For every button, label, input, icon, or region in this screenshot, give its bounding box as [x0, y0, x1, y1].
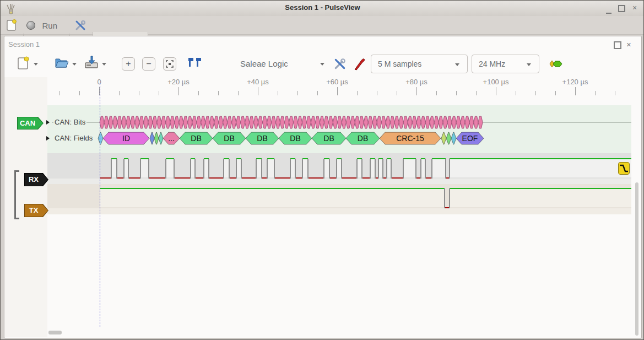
sample-rate-combobox[interactable]: 24 MHz [472, 55, 539, 73]
bit-annotation [267, 116, 272, 128]
ruler-tick [476, 91, 477, 95]
signal-high-fill [337, 159, 342, 177]
ruler-tick [535, 91, 536, 95]
rx-tag-label: RX [24, 173, 43, 186]
zoom-to-markers-button[interactable] [188, 57, 202, 69]
device-dropdown-arrow-icon[interactable] [320, 63, 324, 66]
ruler-tick [59, 91, 60, 95]
bit-annotation [364, 116, 368, 128]
new-session-button[interactable] [6, 19, 17, 34]
ruler-tick [317, 91, 318, 95]
zoom-out-button[interactable]: − [142, 57, 155, 71]
bit-annotation [285, 116, 289, 128]
settings-button[interactable] [74, 19, 86, 34]
tx-channel-tag[interactable]: TX [24, 204, 48, 217]
bit-annotation [144, 116, 148, 128]
signal-high-fill [450, 159, 631, 177]
bit-annotation [113, 116, 117, 128]
zoom-fit-button[interactable] [163, 57, 176, 71]
bit-annotation [236, 116, 241, 128]
trigger-marker[interactable] [618, 162, 630, 175]
field-annotation-label: DB [191, 134, 201, 143]
signal-high-fill [100, 188, 445, 207]
ruler-tick [218, 91, 219, 95]
open-folder-icon [55, 56, 69, 69]
bit-annotation [478, 116, 483, 128]
bit-annotation [100, 116, 104, 128]
bit-annotation [346, 116, 350, 128]
bit-annotation [320, 116, 324, 128]
bit-annotation [368, 116, 372, 128]
signal-high-fill [378, 159, 383, 177]
sample-rate-arrow-icon [527, 63, 531, 66]
can-decoder-tag[interactable]: CAN [17, 117, 44, 129]
open-button[interactable] [55, 56, 69, 71]
save-button[interactable] [84, 56, 99, 72]
signal-high-fill [387, 159, 391, 177]
field-annotation [98, 132, 103, 144]
new-session-icon [6, 19, 17, 31]
trace-view[interactable]: ID...DBDBDBDBDBDBCRC-15EOF [47, 97, 631, 338]
channels-button[interactable] [353, 56, 366, 73]
run-button[interactable]: Run [26, 21, 57, 31]
ruler-tick [337, 87, 338, 95]
ruler-tick [357, 91, 358, 95]
field-annotation [150, 132, 154, 144]
ruler-tick [456, 91, 457, 95]
save-dropdown-arrow-icon[interactable] [102, 63, 106, 66]
bit-annotation [109, 116, 113, 128]
bit-annotation [452, 116, 456, 128]
time-cursor[interactable] [100, 83, 100, 327]
open-dropdown-arrow-icon[interactable] [72, 63, 77, 66]
ruler-tick [238, 91, 239, 95]
main-toolbar: Run Session 1 × [1, 16, 644, 35]
expander-icon[interactable] [46, 136, 50, 141]
title-bar[interactable]: Session 1 - PulseView × [1, 1, 644, 17]
wrench-screwdriver-icon [74, 19, 86, 31]
bit-annotation [214, 116, 219, 128]
can-tag-label: CAN [17, 117, 38, 129]
probe-icon [353, 56, 366, 71]
bit-annotation [272, 116, 276, 128]
bit-annotation [157, 116, 161, 128]
bit-annotation [416, 116, 421, 128]
expander-icon[interactable] [46, 120, 50, 125]
device-select[interactable]: Saleae Logic [240, 59, 288, 68]
bit-annotation [342, 116, 346, 128]
close-icon[interactable]: × [630, 4, 639, 13]
device-config-button[interactable] [333, 57, 347, 73]
bit-annotation [153, 116, 157, 128]
bit-annotation [179, 116, 183, 128]
ruler-label: +60 µs [326, 78, 348, 86]
bit-annotation [122, 116, 126, 128]
new-session-button-2[interactable] [17, 56, 29, 72]
bit-annotation [254, 116, 258, 128]
subwindow-restore-icon[interactable] [614, 41, 621, 49]
decoder-row-bits-label: CAN: Bits [53, 118, 86, 126]
minimize-icon[interactable] [606, 7, 611, 14]
bit-annotation [359, 116, 364, 128]
ruler-tick [397, 91, 397, 95]
bit-annotation [135, 116, 139, 128]
signal-high-fill [256, 159, 262, 177]
ruler-tick [79, 91, 80, 95]
new-dropdown-arrow-icon[interactable] [34, 63, 38, 66]
sample-count-combobox[interactable]: 5 M samples [371, 55, 468, 73]
new-session-icon [17, 56, 29, 70]
rx-channel-tag[interactable]: RX [24, 173, 48, 186]
ruler-tick [278, 91, 278, 95]
bit-annotation [447, 116, 452, 128]
time-ruler[interactable]: 0+20 µs+40 µs+60 µs+80 µs+100 µs+120 µs [1, 77, 644, 97]
bit-annotation [386, 116, 390, 128]
zoom-in-button[interactable]: + [122, 57, 135, 71]
add-decoder-button[interactable] [549, 59, 564, 71]
subwindow-close-icon[interactable]: × [626, 41, 631, 48]
vertical-scrollbar[interactable] [635, 182, 638, 336]
bit-annotation [148, 116, 153, 128]
maximize-icon[interactable] [618, 5, 625, 12]
signal-high-fill [450, 188, 631, 207]
field-annotation-label: DB [290, 134, 300, 143]
signal-high-fill [302, 159, 308, 177]
ruler-tick [496, 87, 496, 95]
bit-annotation [355, 116, 359, 128]
